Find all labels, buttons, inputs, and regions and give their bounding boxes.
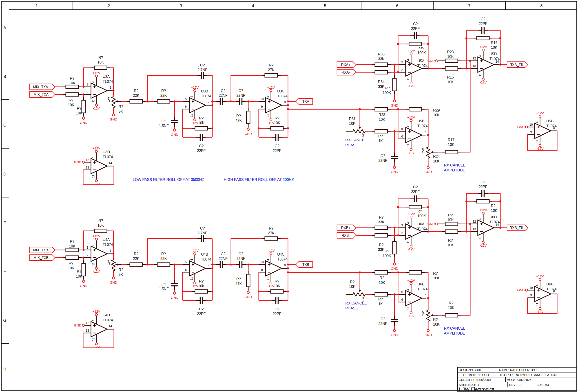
- vminus-label: -12V: [408, 151, 415, 155]
- opamp-triangle: [91, 246, 107, 261]
- pin-number: 5: [185, 97, 187, 101]
- part-value: 22PF: [197, 312, 205, 316]
- column-header: 7: [468, 3, 470, 8]
- part-value: 33K: [378, 57, 385, 61]
- column-header: 3: [180, 3, 182, 8]
- vplus-label: +12V: [93, 71, 100, 75]
- pin-number: 3: [401, 224, 403, 227]
- part-value: 22K: [160, 93, 167, 97]
- part-ref: R?: [433, 317, 438, 321]
- vplus-label: +12V: [407, 115, 415, 119]
- part-value: 10K: [69, 244, 75, 248]
- resistor-body: [445, 222, 458, 226]
- pin-number: 11: [266, 277, 270, 280]
- cw-label: CW: [107, 260, 110, 266]
- part-value: 10K: [447, 80, 454, 84]
- junction-dot: [427, 43, 429, 45]
- part-value: 10K: [491, 45, 497, 49]
- vminus-terminal: [270, 119, 272, 121]
- part-ref: R?: [199, 279, 204, 283]
- pin-number: 11: [190, 277, 193, 280]
- pin-number: 11: [406, 77, 410, 80]
- pin-number: 6: [185, 105, 187, 108]
- gnd-terminal: [427, 166, 429, 168]
- row-header: D: [3, 172, 6, 176]
- row-header: G: [3, 318, 6, 323]
- note-rx-cancel: RX CANCEL: [345, 138, 367, 142]
- wire: [461, 224, 470, 315]
- column-header: 5: [324, 3, 326, 8]
- part-value: 10K: [379, 280, 385, 284]
- vminus-label: -12V: [408, 314, 415, 318]
- pin-number: 9: [530, 293, 532, 297]
- junction-dot: [287, 291, 289, 293]
- junction-dot: [499, 200, 501, 202]
- pin-number: 4: [92, 81, 95, 83]
- opamp-part: TL074: [417, 227, 428, 231]
- part-value: 22K: [133, 93, 140, 97]
- opamp-ref: U6A: [417, 222, 424, 226]
- vplus-label: +12V: [267, 85, 275, 89]
- part-value: 10K: [76, 111, 82, 115]
- row-header: F: [3, 269, 6, 274]
- part-value: 10K: [433, 322, 440, 326]
- row-header: E: [3, 221, 6, 225]
- pin-number: 4: [478, 218, 482, 220]
- pin-number: 6: [401, 135, 403, 138]
- wire: [231, 75, 262, 101]
- part-ref: C?: [413, 185, 418, 189]
- gnd-terminal: [82, 117, 85, 119]
- resistor-body: [94, 229, 107, 233]
- part-value: 22PF: [273, 149, 281, 153]
- part-value: 27K: [268, 231, 275, 235]
- pin-number: 6: [401, 298, 403, 301]
- part-ref: R?: [77, 106, 82, 110]
- resistor-body: [445, 150, 458, 154]
- gnd-terminal: [173, 292, 176, 294]
- resistor-body: [375, 129, 387, 133]
- part-ref: R?: [119, 105, 123, 109]
- vminus-label: -12V: [408, 84, 415, 88]
- pin-number: 1: [109, 249, 111, 252]
- pin-number: 2: [87, 253, 88, 257]
- gnd-terminal: [393, 100, 396, 102]
- resistor-body: [157, 100, 170, 103]
- vminus-terminal: [410, 245, 412, 247]
- part-ref: C?: [275, 144, 280, 148]
- vminus-terminal: [95, 104, 97, 106]
- opamp-triangle: [91, 321, 107, 337]
- junction-dot: [287, 104, 289, 106]
- part-value: 100K: [417, 214, 426, 218]
- wire: [398, 273, 399, 302]
- vplus-terminal: [410, 282, 412, 285]
- pin-number: 9: [261, 268, 263, 272]
- port-label: RXB-: [341, 234, 350, 237]
- opamp-triangle: [406, 127, 422, 143]
- pin-number: 3: [87, 82, 88, 86]
- pin-number: 9: [530, 130, 532, 134]
- vminus-label: -12V: [408, 247, 415, 251]
- resistor-body: [271, 126, 283, 130]
- resistor-body: [66, 248, 78, 252]
- pin-number: 14: [109, 324, 112, 328]
- pin-number: 4: [92, 244, 95, 246]
- part-value: 10K: [379, 117, 385, 121]
- part-ref: R?: [269, 226, 274, 230]
- pin-number: 4: [406, 289, 410, 291]
- part-ref: C?: [413, 22, 418, 26]
- opamp-triangle: [406, 61, 422, 76]
- vplus-label: +12V: [407, 212, 415, 216]
- vminus-label: -12V: [480, 80, 487, 84]
- junction-dot: [211, 268, 213, 270]
- part-value: 1.5NF: [159, 287, 169, 291]
- column-header: 6: [396, 3, 398, 8]
- vminus-terminal: [270, 282, 272, 284]
- opamp-triangle: [189, 98, 205, 113]
- resistor-body: [130, 100, 143, 103]
- part-ref: R?: [119, 268, 123, 272]
- resistor-body: [375, 234, 387, 237]
- part-ref: C?: [199, 144, 204, 148]
- opamp-part: TL074: [546, 287, 556, 291]
- part-value: 22PF: [197, 149, 205, 153]
- tb-design: DESIGN:TBU01: [459, 368, 482, 372]
